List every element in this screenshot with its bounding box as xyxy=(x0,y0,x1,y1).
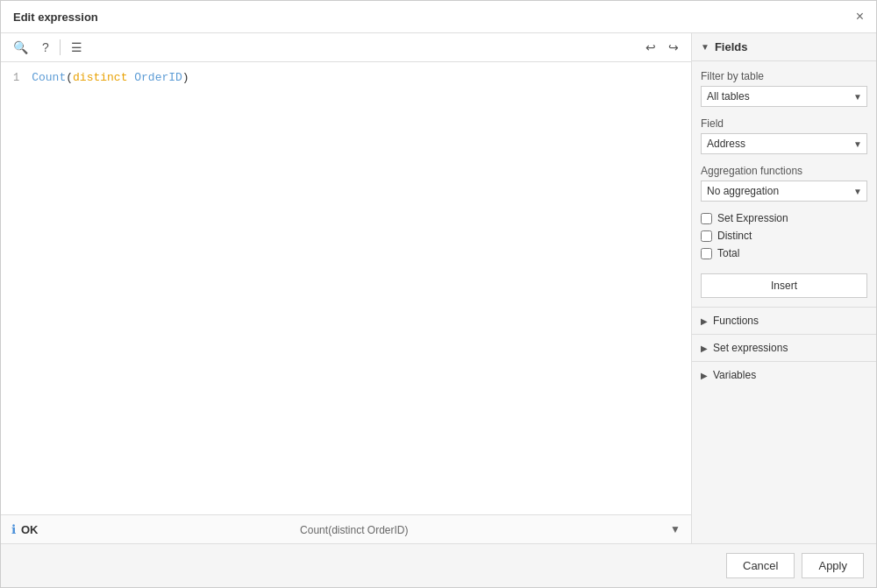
filter-by-table-wrapper: All tables ▼ xyxy=(701,86,867,107)
fields-content: Filter by table All tables ▼ Field Addre… xyxy=(692,61,876,307)
distinct-row: Distinct xyxy=(701,230,867,242)
set-expression-label: Set Expression xyxy=(717,212,788,224)
functions-arrow-icon: ▶ xyxy=(701,316,708,326)
fields-collapse-icon: ▼ xyxy=(701,42,709,52)
variables-arrow-icon: ▶ xyxy=(701,371,708,380)
line-number: 1 xyxy=(13,72,19,84)
code-field: OrderID xyxy=(134,71,182,84)
variables-label: Variables xyxy=(713,369,756,381)
total-checkbox[interactable] xyxy=(701,248,712,259)
insert-button[interactable]: Insert xyxy=(701,273,867,298)
toolbar-divider xyxy=(60,39,61,55)
toolbar-right: ↩ ↪ xyxy=(642,39,682,56)
variables-section: ▶ Variables xyxy=(692,361,876,388)
field-select-wrapper: Address ▼ xyxy=(701,133,867,154)
note-icon[interactable]: ☰ xyxy=(68,39,86,56)
fields-title: Fields xyxy=(715,40,748,53)
close-button[interactable]: × xyxy=(856,10,864,24)
aggregation-select-wrapper: No aggregation ▼ xyxy=(701,181,867,202)
status-chevron-icon[interactable]: ▼ xyxy=(670,523,681,535)
code-keyword: distinct xyxy=(73,71,134,84)
set-expression-checkbox[interactable] xyxy=(701,213,712,224)
dialog-body: 🔍 ? ☰ ↩ ↪ 1Count(distinct OrderID) ℹ xyxy=(1,33,876,543)
status-expression: Count(distinct OrderID) xyxy=(300,523,408,536)
functions-label: Functions xyxy=(713,315,759,327)
total-label: Total xyxy=(717,247,739,259)
code-paren-close: ) xyxy=(182,71,189,84)
status-ok: OK xyxy=(21,523,39,536)
status-expr-text: Count(distinct OrderID) xyxy=(300,524,408,536)
code-line: 1Count(distinct OrderID) xyxy=(13,71,679,84)
fields-header: ▼ Fields xyxy=(692,33,876,61)
set-expressions-arrow-icon: ▶ xyxy=(701,344,708,353)
undo-icon[interactable]: ↩ xyxy=(642,39,660,56)
variables-header[interactable]: ▶ Variables xyxy=(692,362,876,388)
apply-button[interactable]: Apply xyxy=(802,553,864,578)
editor-status: ℹ OK Count(distinct OrderID) ▼ xyxy=(1,514,691,543)
dialog-title: Edit expression xyxy=(13,11,98,24)
editor-toolbar: 🔍 ? ☰ ↩ ↪ xyxy=(1,33,691,62)
dialog-footer: Cancel Apply xyxy=(1,543,876,587)
distinct-checkbox[interactable] xyxy=(701,230,712,242)
aggregation-select[interactable]: No aggregation xyxy=(701,181,867,202)
functions-header[interactable]: ▶ Functions xyxy=(692,308,876,334)
editor-panel: 🔍 ? ☰ ↩ ↪ 1Count(distinct OrderID) ℹ xyxy=(1,33,692,543)
code-paren-open: ( xyxy=(66,71,73,84)
code-editor[interactable]: 1Count(distinct OrderID) xyxy=(1,62,691,514)
search-icon[interactable]: 🔍 xyxy=(10,39,32,56)
code-count: Count xyxy=(32,71,66,84)
field-label: Field xyxy=(701,117,867,130)
set-expressions-section: ▶ Set expressions xyxy=(692,334,876,361)
info-icon: ℹ xyxy=(11,522,16,536)
functions-section: ▶ Functions xyxy=(692,307,876,334)
distinct-label: Distinct xyxy=(717,230,752,242)
cancel-button[interactable]: Cancel xyxy=(726,553,795,578)
checkbox-group: Set Expression Distinct Total xyxy=(701,212,867,259)
set-expressions-header[interactable]: ▶ Set expressions xyxy=(692,335,876,361)
set-expressions-label: Set expressions xyxy=(713,342,788,354)
help-icon[interactable]: ? xyxy=(39,39,53,56)
redo-icon[interactable]: ↪ xyxy=(665,39,682,56)
filter-by-table-select[interactable]: All tables xyxy=(701,86,867,107)
aggregation-label: Aggregation functions xyxy=(701,165,867,177)
total-row: Total xyxy=(701,247,867,259)
set-expression-row: Set Expression xyxy=(701,212,867,224)
filter-by-table-label: Filter by table xyxy=(701,70,867,82)
fields-panel: ▼ Fields Filter by table All tables ▼ Fi… xyxy=(692,33,876,543)
field-select[interactable]: Address xyxy=(701,133,867,154)
status-left: ℹ OK xyxy=(11,522,39,536)
dialog-header: Edit expression × xyxy=(1,1,876,33)
